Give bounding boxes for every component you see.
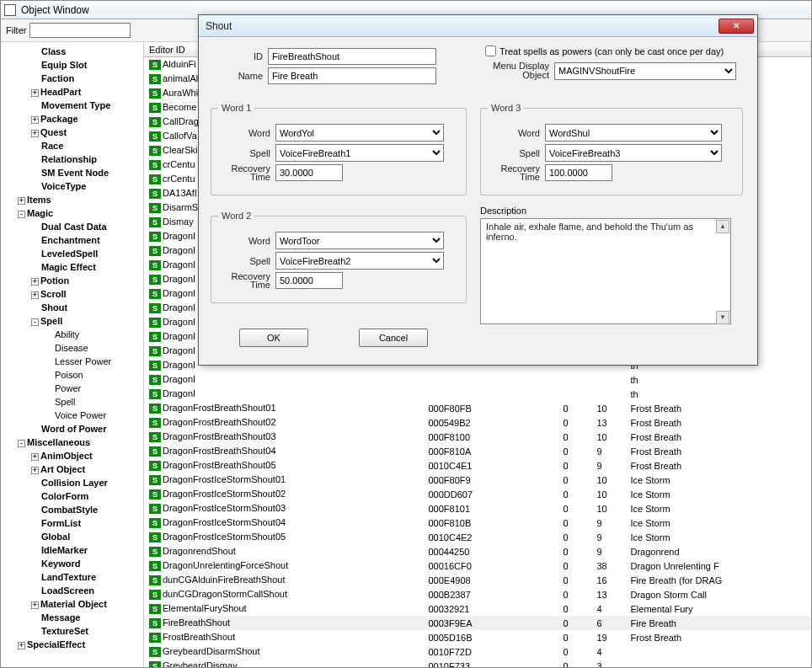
table-row[interactable]: SGreybeardDisarmShout0010F72D04 xyxy=(144,644,811,659)
word1-word-select[interactable]: WordYol xyxy=(275,124,444,142)
tree-item[interactable]: +Scroll xyxy=(1,287,143,301)
collapse-icon[interactable]: - xyxy=(18,211,25,218)
cancel-button[interactable]: Cancel xyxy=(359,329,428,347)
table-row[interactable]: SFireBreathShout0003F9EA06Fire Breath xyxy=(144,616,811,630)
word3-word-select[interactable]: WordShul xyxy=(545,124,722,142)
expand-icon[interactable]: + xyxy=(31,453,39,461)
table-row[interactable]: SDragonIth xyxy=(144,387,811,401)
description-scrollbar[interactable]: ▲ ▼ xyxy=(716,220,729,324)
tree-item[interactable]: Keyword xyxy=(1,557,143,570)
tree-item[interactable]: Disease xyxy=(1,341,143,355)
table-row[interactable]: SDragonFrostBreathShout050010C4E109Frost… xyxy=(144,458,811,473)
tree-item[interactable]: +Items xyxy=(1,193,143,206)
tree-item[interactable]: +AnimObject xyxy=(1,449,143,462)
tree-item[interactable]: +SpecialEffect xyxy=(1,638,143,651)
tree-item[interactable]: LandTexture xyxy=(1,570,143,584)
filter-input[interactable] xyxy=(29,23,131,38)
dialog-titlebar[interactable]: Shout ✕ xyxy=(199,15,757,37)
word2-word-select[interactable]: WordToor xyxy=(275,232,444,249)
tree-item[interactable]: +Package xyxy=(1,112,143,126)
menu-obj-select[interactable]: MAGINVShoutFire xyxy=(554,62,736,80)
expand-icon[interactable]: + xyxy=(31,278,39,286)
expand-icon[interactable]: + xyxy=(31,291,39,299)
word2-spell-select[interactable]: VoiceFireBreath2 xyxy=(275,252,444,270)
tree-item[interactable]: -Miscellaneous xyxy=(1,436,143,449)
tree-item[interactable]: IdleMarker xyxy=(1,543,143,557)
tree-item[interactable]: LoadScreen xyxy=(1,584,143,597)
word3-spell-select[interactable]: VoiceFireBreath3 xyxy=(545,144,722,162)
tree-item[interactable]: +HeadPart xyxy=(1,85,143,99)
table-row[interactable]: SDragonFrostIceStormShout03000F8101010Ic… xyxy=(144,501,811,516)
tree-item[interactable]: Power xyxy=(1,382,143,395)
table-row[interactable]: SDragonFrostBreathShout03000F8100010Fros… xyxy=(144,430,811,444)
tree-item[interactable]: +Potion xyxy=(1,274,143,287)
collapse-icon[interactable]: - xyxy=(18,440,25,447)
tree-item[interactable]: +Art Object xyxy=(1,462,143,476)
expand-icon[interactable]: + xyxy=(31,116,39,124)
expand-icon[interactable]: + xyxy=(31,130,39,137)
close-button[interactable]: ✕ xyxy=(719,19,754,34)
table-row[interactable]: SDragonFrostBreathShout04000F810A09Frost… xyxy=(144,444,811,458)
tree-item[interactable]: Lesser Power xyxy=(1,355,143,368)
word1-spell-select[interactable]: VoiceFireBreath1 xyxy=(275,144,444,162)
tree-item[interactable]: LeveledSpell xyxy=(1,247,143,260)
tree-item[interactable]: Race xyxy=(1,139,143,152)
tree-item[interactable]: Spell xyxy=(1,395,143,409)
tree-item[interactable]: -Spell xyxy=(1,314,143,328)
treat-as-powers-checkbox[interactable] xyxy=(485,45,496,56)
table-row[interactable]: SDragonFrostBreathShout02000549B2013Fros… xyxy=(144,415,811,430)
word2-rec-input[interactable] xyxy=(275,272,343,289)
expand-icon[interactable]: + xyxy=(31,89,39,97)
table-row[interactable]: SGreybeardDismay0010F73303 xyxy=(144,659,811,667)
tree-pane[interactable]: ClassEquip SlotFaction+HeadPartMovement … xyxy=(1,43,144,667)
tree-item[interactable]: Enchantment xyxy=(1,233,143,247)
table-row[interactable]: SDragonUnrelentingForceShout00016CF0038D… xyxy=(144,558,811,573)
tree-item[interactable]: Movement Type xyxy=(1,99,143,112)
tree-item[interactable]: Voice Power xyxy=(1,409,143,422)
tree-item[interactable]: TextureSet xyxy=(1,624,143,638)
tree-item[interactable]: Message xyxy=(1,611,143,624)
id-input[interactable] xyxy=(268,48,436,65)
tree-item[interactable]: Collision Layer xyxy=(1,476,143,489)
table-row[interactable]: SFrostBreathShout0005D16B019Frost Breath xyxy=(144,630,811,644)
scroll-down-icon[interactable]: ▼ xyxy=(716,311,729,324)
scroll-up-icon[interactable]: ▲ xyxy=(716,220,729,233)
tree-item[interactable]: ColorForm xyxy=(1,489,143,503)
expand-icon[interactable]: + xyxy=(31,467,39,474)
expand-icon[interactable]: + xyxy=(18,197,25,205)
tree-item[interactable]: Word of Power xyxy=(1,422,143,436)
tree-item[interactable]: +Quest xyxy=(1,126,143,139)
tree-item[interactable]: Magic Effect xyxy=(1,260,143,274)
table-row[interactable]: SdunCGDragonStormCallShout000B2387013Dra… xyxy=(144,587,811,601)
tree-item[interactable]: Shout xyxy=(1,301,143,314)
tree-item[interactable]: Ability xyxy=(1,328,143,341)
word3-rec-input[interactable] xyxy=(545,164,612,181)
table-row[interactable]: SDragonFrostIceStormShout01000F80F9010Ic… xyxy=(144,473,811,487)
table-row[interactable]: SDragonFrostIceStormShout02000DD607010Ic… xyxy=(144,487,811,501)
name-input[interactable] xyxy=(268,67,436,84)
tree-item[interactable]: Class xyxy=(1,45,143,58)
tree-item[interactable]: FormList xyxy=(1,516,143,530)
table-row[interactable]: SdunCGAlduinFireBreathShout000E4908016Fi… xyxy=(144,573,811,587)
table-row[interactable]: SDragonFrostBreathShout01000F80FB010Fros… xyxy=(144,401,811,415)
expand-icon[interactable]: + xyxy=(18,642,25,649)
tree-item[interactable]: CombatStyle xyxy=(1,503,143,516)
table-row[interactable]: SDragonIth xyxy=(144,372,811,387)
tree-item[interactable]: Equip Slot xyxy=(1,58,143,72)
tree-item[interactable]: -Magic xyxy=(1,206,143,220)
collapse-icon[interactable]: - xyxy=(31,318,39,326)
tree-item[interactable]: +Material Object xyxy=(1,597,143,611)
tree-item[interactable]: Dual Cast Data xyxy=(1,220,143,233)
tree-item[interactable]: Global xyxy=(1,530,143,543)
tree-item[interactable]: Faction xyxy=(1,72,143,85)
tree-item[interactable]: Poison xyxy=(1,368,143,382)
expand-icon[interactable]: + xyxy=(31,601,39,609)
tree-item[interactable]: VoiceType xyxy=(1,179,143,193)
ok-button[interactable]: OK xyxy=(239,329,308,347)
tree-item[interactable]: Relationship xyxy=(1,152,143,166)
table-row[interactable]: SDragonrendShout0004425009Dragonrend xyxy=(144,544,811,558)
description-textarea[interactable] xyxy=(480,218,731,324)
table-row[interactable]: SElementalFuryShout0003292104Elemental F… xyxy=(144,601,811,616)
word1-rec-input[interactable] xyxy=(275,164,343,181)
tree-item[interactable]: SM Event Node xyxy=(1,166,143,179)
